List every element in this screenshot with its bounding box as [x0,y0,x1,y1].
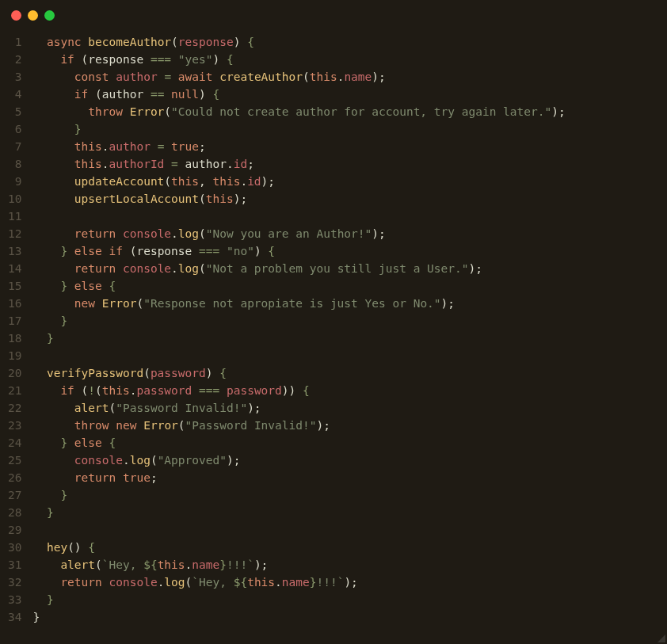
code-line: const author = await createAuthor(this.n… [32,68,667,86]
line-number: 24 [8,434,21,452]
code-line: } [32,591,667,608]
line-number: 17 [8,312,21,330]
code-line: } [32,608,667,626]
code-line: } [32,120,667,138]
line-number: 14 [8,260,21,277]
line-number: 31 [8,556,21,574]
line-number: 27 [8,486,21,504]
zoom-window-button[interactable] [44,10,55,21]
code-content[interactable]: async becomeAuthor(response) { if (respo… [32,33,667,626]
code-line: if (author == null) { [32,86,667,103]
code-line: return true; [32,469,667,486]
line-number: 15 [8,277,21,295]
resize-handle-icon[interactable] [656,633,665,642]
line-number: 1 [8,33,21,51]
code-line: upsertLocalAccount(this); [32,190,667,208]
code-line: alert("Password Invalid!"); [32,399,667,417]
code-line [32,347,667,364]
code-line: alert(`Hey, ${this.name}!!!`); [32,556,667,574]
code-line: } [32,312,667,330]
line-number: 30 [8,539,21,556]
line-number: 9 [8,173,21,190]
code-line: updateAccount(this, this.id); [32,173,667,190]
line-number: 3 [8,68,21,86]
code-line [32,208,667,225]
line-number: 25 [8,452,21,469]
line-number: 8 [8,155,21,173]
line-number: 13 [8,242,21,260]
code-line: console.log("Approved"); [32,452,667,469]
line-number: 34 [8,608,21,626]
code-line: return console.log("Not a problem you st… [32,260,667,277]
code-line: } [32,330,667,347]
line-number: 22 [8,399,21,417]
line-number: 32 [8,574,21,591]
code-line: new Error("Response not apropiate is jus… [32,295,667,312]
line-number: 26 [8,469,21,486]
line-number: 10 [8,190,21,208]
code-line: async becomeAuthor(response) { [32,33,667,51]
line-number: 12 [8,225,21,242]
line-number: 2 [8,51,21,68]
line-number: 29 [8,521,21,539]
titlebar [0,0,667,30]
code-line: verifyPassword(password) { [32,364,667,382]
line-number: 33 [8,591,21,608]
line-number: 4 [8,86,21,103]
code-line: } [32,504,667,521]
code-line: if (!(this.password === password)) { [32,382,667,399]
code-line: throw new Error("Password Invalid!"); [32,417,667,434]
line-number: 16 [8,295,21,312]
line-number: 7 [8,138,21,155]
line-number: 21 [8,382,21,399]
line-number: 19 [8,347,21,364]
line-number: 5 [8,103,21,120]
code-line: return console.log("Now you are an Autho… [32,225,667,242]
code-line: } [32,486,667,504]
code-line: return console.log(`Hey, ${this.name}!!!… [32,574,667,591]
code-line [32,521,667,539]
line-number: 23 [8,417,21,434]
code-line: } else { [32,277,667,295]
code-line: } else { [32,434,667,452]
line-number: 18 [8,330,21,347]
line-number: 11 [8,208,21,225]
code-editor[interactable]: 1234567891011121314151617181920212223242… [0,30,667,629]
code-line: this.authorId = author.id; [32,155,667,173]
line-number: 20 [8,364,21,382]
line-number: 28 [8,504,21,521]
line-number: 6 [8,120,21,138]
line-number-gutter: 1234567891011121314151617181920212223242… [0,33,32,626]
code-line: this.author = true; [32,138,667,155]
code-line: throw Error("Could not create author for… [32,103,667,120]
code-line: if (response === "yes") { [32,51,667,68]
minimize-window-button[interactable] [28,10,38,21]
code-line: hey() { [32,539,667,556]
code-line: } else if (response === "no") { [32,242,667,260]
close-window-button[interactable] [11,10,21,21]
